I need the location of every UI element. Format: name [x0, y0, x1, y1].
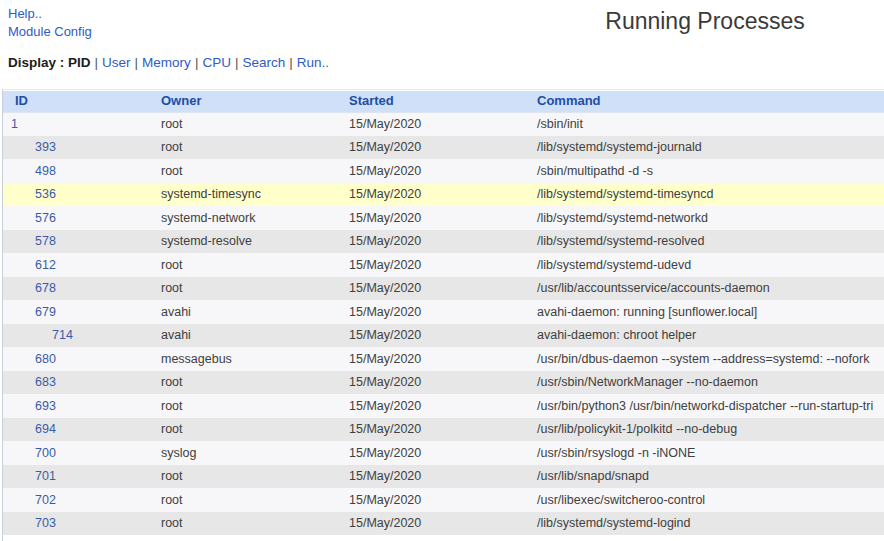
process-id-link[interactable]: 693 [35, 399, 56, 413]
process-command: /usr/libexec/switcheroo-control [529, 488, 884, 512]
process-command: /usr/lib/accountsservice/accounts-daemon [529, 277, 884, 301]
process-row: 703root15/May/2020/lib/systemd/systemd-l… [3, 512, 884, 536]
process-owner: syslog [153, 441, 341, 465]
process-command: /lib/systemd/systemd-timesyncd [529, 183, 884, 207]
process-started: 15/May/2020 [341, 347, 529, 371]
process-started: 15/May/2020 [341, 324, 529, 348]
table-header-row: IDOwnerStartedCommand [3, 90, 884, 112]
process-id-cell: 679 [3, 300, 153, 324]
process-id-cell: 1 [3, 112, 153, 136]
process-id-link[interactable]: 393 [35, 140, 56, 154]
process-row: 700syslog15/May/2020/usr/sbin/rsyslogd -… [3, 441, 884, 465]
process-owner: messagebus [153, 347, 341, 371]
process-owner: systemd-resolve [153, 230, 341, 254]
process-row: 1root15/May/2020/sbin/init [3, 112, 884, 136]
column-header-started: Started [341, 90, 529, 112]
help-link[interactable]: Help.. [8, 5, 92, 23]
display-option-search[interactable]: Search [242, 55, 285, 70]
process-row: 578systemd-resolve15/May/2020/lib/system… [3, 230, 884, 254]
process-started: 15/May/2020 [341, 136, 529, 160]
display-separator: | [131, 55, 143, 70]
process-row: 680messagebus15/May/2020/usr/bin/dbus-da… [3, 347, 884, 371]
process-id-link[interactable]: 678 [35, 281, 56, 295]
process-owner: root [153, 253, 341, 277]
process-owner: root [153, 136, 341, 160]
process-command: /usr/sbin/rsyslogd -n -iNONE [529, 441, 884, 465]
process-started: 15/May/2020 [341, 394, 529, 418]
process-id-cell: 702 [3, 488, 153, 512]
process-command: avahi-daemon: chroot helper [529, 324, 884, 348]
process-command: avahi-daemon: running [sunflower.local] [529, 300, 884, 324]
process-started: 15/May/2020 [341, 277, 529, 301]
process-command: /usr/sbin/NetworkManager --no-daemon [529, 371, 884, 395]
process-id-cell: 578 [3, 230, 153, 254]
process-owner: root [153, 277, 341, 301]
process-started: 15/May/2020 [341, 488, 529, 512]
display-separator: | [285, 55, 297, 70]
process-owner: root [153, 371, 341, 395]
display-option-cpu[interactable]: CPU [202, 55, 231, 70]
column-header-id: ID [3, 90, 153, 112]
module-config-link[interactable]: Module Config [8, 23, 92, 41]
process-started: 15/May/2020 [341, 371, 529, 395]
process-id-link[interactable]: 498 [35, 164, 56, 178]
process-owner: avahi [153, 300, 341, 324]
display-selector: Display : PID|User|Memory|CPU|Search|Run… [8, 55, 329, 70]
process-started: 15/May/2020 [341, 300, 529, 324]
process-id-cell: 678 [3, 277, 153, 301]
display-option-memory[interactable]: Memory [142, 55, 191, 70]
process-id-link[interactable]: 612 [35, 258, 56, 272]
process-row: 701root15/May/2020/usr/lib/snapd/snapd [3, 465, 884, 489]
process-id-link[interactable]: 702 [35, 493, 56, 507]
process-id-cell: 536 [3, 183, 153, 207]
display-label: Display : [8, 55, 64, 70]
process-id-cell: 683 [3, 371, 153, 395]
column-header-command: Command [529, 90, 884, 112]
process-id-cell: 700 [3, 441, 153, 465]
process-table-container: IDOwnerStartedCommand 1root15/May/2020/s… [2, 89, 884, 541]
process-command: /lib/systemd/systemd-networkd [529, 206, 884, 230]
process-owner: systemd-network [153, 206, 341, 230]
display-separator: | [91, 55, 103, 70]
process-id-cell: 393 [3, 136, 153, 160]
process-row: 393root15/May/2020/lib/systemd/systemd-j… [3, 136, 884, 160]
display-option-run[interactable]: Run.. [297, 55, 329, 70]
process-owner: root [153, 488, 341, 512]
process-id-cell: 714 [3, 324, 153, 348]
process-id-link[interactable]: 703 [35, 516, 56, 530]
process-started: 15/May/2020 [341, 230, 529, 254]
process-id-link[interactable]: 680 [35, 352, 56, 366]
process-table: IDOwnerStartedCommand 1root15/May/2020/s… [3, 90, 884, 535]
process-id-cell: 612 [3, 253, 153, 277]
process-id-link[interactable]: 679 [35, 305, 56, 319]
process-row: 576systemd-network15/May/2020/lib/system… [3, 206, 884, 230]
process-owner: root [153, 159, 341, 183]
process-started: 15/May/2020 [341, 206, 529, 230]
process-started: 15/May/2020 [341, 418, 529, 442]
process-owner: root [153, 394, 341, 418]
process-started: 15/May/2020 [341, 465, 529, 489]
process-id-link[interactable]: 694 [35, 422, 56, 436]
page-title: Running Processes [605, 8, 804, 35]
process-id-link[interactable]: 536 [35, 187, 56, 201]
process-id-cell: 694 [3, 418, 153, 442]
module-nav: Help.. Module Config [8, 5, 92, 41]
process-command: /usr/lib/policykit-1/polkitd --no-debug [529, 418, 884, 442]
process-started: 15/May/2020 [341, 159, 529, 183]
process-id-link[interactable]: 1 [11, 117, 18, 131]
process-id-link[interactable]: 578 [35, 234, 56, 248]
process-id-link[interactable]: 700 [35, 446, 56, 460]
process-id-link[interactable]: 576 [35, 211, 56, 225]
process-command: /sbin/init [529, 112, 884, 136]
process-row: 683root15/May/2020/usr/sbin/NetworkManag… [3, 371, 884, 395]
process-id-link[interactable]: 683 [35, 375, 56, 389]
process-started: 15/May/2020 [341, 112, 529, 136]
process-id-link[interactable]: 701 [35, 469, 56, 483]
process-started: 15/May/2020 [341, 512, 529, 536]
display-option-user[interactable]: User [102, 55, 131, 70]
process-row: 612root15/May/2020/lib/systemd/systemd-u… [3, 253, 884, 277]
process-row: 694root15/May/2020/usr/lib/policykit-1/p… [3, 418, 884, 442]
process-id-link[interactable]: 714 [52, 328, 73, 342]
process-row: 498root15/May/2020/sbin/multipathd -d -s [3, 159, 884, 183]
process-row: 693root15/May/2020/usr/bin/python3 /usr/… [3, 394, 884, 418]
